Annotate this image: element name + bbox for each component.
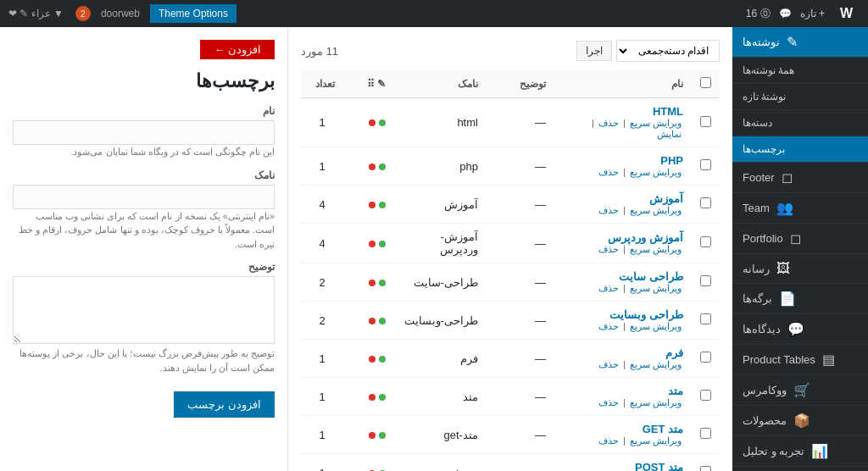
tag-name-5[interactable]: طراحی وبسایت — [563, 308, 683, 321]
tag-count-5: 2 — [301, 302, 343, 340]
sidebar-item-media[interactable]: 🖼 رسانه — [732, 254, 868, 284]
tag-action-2-1[interactable]: حذف — [598, 205, 619, 215]
dot-red — [369, 394, 376, 401]
wp-logo[interactable]: W — [833, 4, 860, 23]
sidebar-item-comments[interactable]: 💬 دیدگاه‌ها — [732, 314, 868, 345]
tag-count-1: 1 — [301, 147, 343, 186]
col-count-header[interactable]: تعداد — [301, 70, 343, 98]
sidebar-item-new-post[interactable]: نوشتهٔ تازه — [732, 84, 868, 110]
desc-field-group: توضیح توضیح به طور پیش‌فرض بزرگ نیست؛ با… — [13, 261, 275, 374]
table-row: آموزش وردپرس ویرایش سریع | حذف — آموزش-و… — [301, 224, 720, 263]
row-checkbox-1[interactable] — [700, 159, 711, 170]
select-all-checkbox[interactable] — [700, 77, 711, 88]
theme-options-tab[interactable]: Theme Options — [150, 4, 236, 23]
row-checkbox-3[interactable] — [700, 236, 711, 247]
team-icon: 👥 — [776, 200, 793, 216]
tag-name-4[interactable]: طراحی سایت — [563, 270, 683, 283]
tag-desc-9: — — [487, 454, 554, 472]
tag-action-7-0[interactable]: ویرایش سریع — [630, 397, 682, 407]
edit-icon: ✎ — [377, 78, 386, 90]
desc-textarea[interactable] — [13, 276, 275, 344]
row-checkbox-2[interactable] — [700, 197, 711, 208]
tag-action-1-1[interactable]: حذف — [598, 167, 619, 177]
tag-action-6-0[interactable]: ویرایش سریع — [630, 359, 682, 369]
tag-name-1[interactable]: PHP — [563, 154, 683, 167]
row-checkbox-6[interactable] — [700, 352, 711, 363]
product-tables-label: Product Tables — [743, 353, 815, 366]
notification-badge[interactable]: 2 — [75, 6, 91, 21]
tag-status-4 — [343, 263, 394, 302]
dot-red — [369, 241, 376, 247]
tag-name-8[interactable]: متد GET — [563, 423, 683, 435]
col-name-header[interactable]: نام — [554, 70, 692, 98]
sidebar: ✎ نوشته‌ها همهٔ نوشته‌ها نوشتهٔ تازه دست… — [732, 27, 868, 471]
tag-status-1 — [343, 147, 394, 186]
tag-status-8 — [343, 416, 394, 454]
bulk-action-select-top[interactable]: اقدام دسته‌جمعی حذف — [616, 40, 720, 62]
tag-action-0-1[interactable]: حذف — [598, 118, 619, 128]
tag-status-0 — [343, 98, 394, 147]
sidebar-item-product-tables[interactable]: ▤ Product Tables — [732, 345, 868, 375]
tag-action-5-1[interactable]: حذف — [598, 321, 619, 331]
tag-action-6-1[interactable]: حذف — [598, 359, 619, 369]
tag-status-9 — [343, 454, 394, 472]
sidebar-item-posts[interactable]: ✎ نوشته‌ها — [732, 27, 868, 58]
name-input[interactable] — [13, 120, 275, 145]
apply-button-top[interactable]: اجرا — [576, 41, 612, 61]
slug-input[interactable] — [13, 185, 275, 209]
tag-action-7-1[interactable]: حذف — [598, 397, 619, 407]
sidebar-item-products[interactable]: 📦 محصولات — [732, 406, 868, 436]
sidebar-item-portfolio[interactable]: ◻ Portfolio — [732, 224, 868, 254]
tag-action-3-1[interactable]: حذف — [598, 244, 619, 254]
tag-name-6[interactable]: فرم — [563, 346, 683, 359]
tag-action-1-0[interactable]: ویرایش سریع — [630, 167, 682, 177]
sidebar-item-all-posts[interactable]: همهٔ نوشته‌ها — [732, 58, 868, 84]
row-checkbox-4[interactable] — [700, 275, 711, 286]
col-desc-header: توضیح — [487, 70, 554, 98]
tag-name-9[interactable]: متد POST — [563, 461, 683, 471]
comments-label: دیدگاه‌ها — [743, 323, 781, 335]
items-count: 11 مورد — [301, 45, 338, 58]
tag-actions-4: ویرایش سریع | حذف — [563, 283, 683, 294]
table-row: طراحی وبسایت ویرایش سریع | حذف — طراحی-و… — [301, 302, 720, 340]
tag-name-0[interactable]: HTML — [563, 105, 683, 118]
tag-name-7[interactable]: متد — [563, 385, 683, 397]
tag-name-3[interactable]: آموزش وردپرس — [563, 231, 683, 244]
sidebar-item-tags[interactable]: برچسب‌ها — [732, 136, 868, 163]
panel-arrow-label: افزودن ← — [200, 40, 275, 59]
sidebar-item-pages[interactable]: 📄 برگه‌ها — [732, 284, 868, 314]
row-checkbox-7[interactable] — [700, 390, 711, 401]
tag-action-0-0[interactable]: ویرایش سریع — [630, 118, 682, 128]
dot-red — [369, 202, 376, 208]
sidebar-item-marketing[interactable]: 📣 بازاریابی — [732, 467, 868, 471]
sidebar-item-team[interactable]: 👥 Team — [732, 193, 868, 224]
tag-slug-2: آموزش — [394, 186, 487, 224]
tag-action-3-0[interactable]: ویرایش سریع — [630, 244, 682, 254]
tag-action-5-0[interactable]: ویرایش سریع — [630, 321, 682, 331]
tag-slug-8: متد-get — [394, 416, 487, 454]
tag-action-0-2[interactable]: نمایش — [657, 129, 682, 139]
table-row: PHP ویرایش سریع | حذف — php 1 — [301, 147, 720, 186]
woo-icon: 🛒 — [793, 382, 810, 398]
row-checkbox-0[interactable] — [700, 116, 711, 127]
tag-slug-7: متد — [394, 378, 487, 416]
row-checkbox-8[interactable] — [700, 428, 711, 439]
tag-action-4-0[interactable]: ویرایش سریع — [630, 283, 682, 293]
sidebar-item-categories[interactable]: دسته‌ها — [732, 110, 868, 136]
tag-action-2-0[interactable]: ویرایش سریع — [630, 205, 682, 215]
tag-name-2[interactable]: آموزش — [563, 192, 683, 205]
sidebar-item-footer[interactable]: ◻ Footer — [732, 163, 868, 193]
sidebar-item-analytics[interactable]: 📊 تجربه و تحلیل — [732, 436, 868, 467]
main-content: اقدام دسته‌جمعی حذف اجرا 11 مورد نام توض… — [0, 27, 732, 471]
sidebar-item-woocommerce[interactable]: 🛒 ووکامرس — [732, 375, 868, 406]
col-slug-header: نامک — [394, 70, 487, 98]
admin-bar-updates: ⓪ 16 — [746, 7, 771, 21]
row-checkbox-9[interactable] — [700, 466, 711, 471]
tag-action-4-1[interactable]: حذف — [598, 283, 619, 293]
add-tag-button[interactable]: افزودن برچسب — [174, 391, 275, 418]
row-checkbox-5[interactable] — [700, 313, 711, 324]
tag-action-8-0[interactable]: ویرایش سریع — [630, 435, 682, 446]
tag-action-8-1[interactable]: حذف — [598, 435, 619, 446]
tag-slug-5: طراحی-وبسایت — [394, 302, 487, 340]
tag-count-8: 1 — [301, 416, 343, 454]
